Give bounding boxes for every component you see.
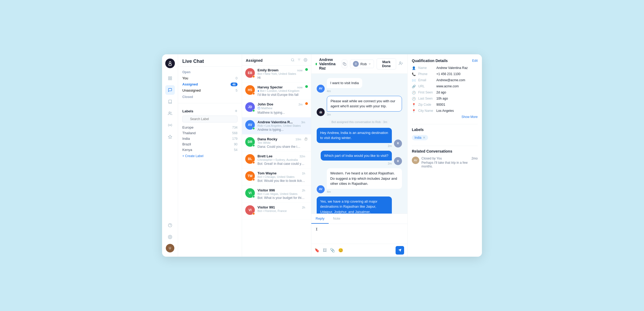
detail-label: Last Seen: [418, 97, 434, 100]
edit-link[interactable]: Edit: [472, 59, 478, 63]
related-conv-title: Related Conversations: [412, 149, 452, 153]
nav-icon-chat[interactable]: [165, 85, 175, 95]
status-dot: [252, 161, 255, 164]
detail-label: URL: [418, 84, 434, 88]
nav-icon-help[interactable]: [165, 220, 175, 230]
detail-icon: ✉️: [412, 79, 416, 82]
label-item[interactable]: Thailand568: [182, 130, 238, 136]
chat-source: Tim White: [257, 141, 301, 144]
create-label-link[interactable]: + Create Label: [182, 154, 238, 158]
chat-avatar: HS: [245, 85, 255, 95]
chat-preview: Matthew is typing...: [257, 111, 303, 114]
chat-list-item[interactable]: HS Harvey Specter now ● Bot • London, Un…: [242, 83, 311, 100]
related-conversation-item[interactable]: AV Closed by You 2mo Perhaps I'll take t…: [412, 157, 478, 168]
emoji-tool[interactable]: 😊: [338, 248, 343, 253]
message-bubble: Yes, we have a trip covering all major d…: [317, 197, 392, 214]
search-label-input[interactable]: [182, 116, 238, 122]
note-tab[interactable]: Note: [329, 214, 344, 224]
reply-input[interactable]: I: [311, 224, 407, 243]
nav-icon-contacts[interactable]: [165, 97, 175, 107]
add-label-button[interactable]: +: [235, 109, 238, 113]
chat-time: 1h: [302, 172, 305, 175]
status-dot: [252, 127, 255, 130]
status-dot: [252, 178, 255, 181]
svg-line-14: [293, 61, 294, 62]
add-person-button[interactable]: [399, 61, 403, 67]
chat-preview: Dana: Could you share the itinerary of t…: [257, 145, 301, 149]
chat-list-item[interactable]: AV Andrew Valentina R... 3m Rob • Los An…: [242, 117, 311, 134]
settings-icon[interactable]: [304, 58, 307, 63]
detail-value: 90001: [436, 103, 445, 107]
detail-row: 📍 Zip Code 90001: [412, 103, 478, 107]
image-tool[interactable]: 🖼: [323, 248, 327, 253]
timer-icon: ⏱️: [304, 137, 308, 141]
chat-preview: Bot: What is your budget for this trip?: [257, 196, 305, 200]
attach-tool[interactable]: 📎: [330, 248, 335, 253]
detail-value: 10h ago: [436, 97, 448, 100]
status-dot: [252, 109, 255, 112]
chat-list-item[interactable]: VI Visitor 991 2h Bot • Florence, France: [242, 203, 311, 220]
chat-name: Harvey Specter: [257, 85, 283, 89]
chat-list-item[interactable]: VI Visitor 996 2h Bot • Las Vegas, Unite…: [242, 186, 311, 203]
indicator-dot: [305, 85, 308, 88]
agent-name: Rob: [360, 62, 367, 66]
show-more-link[interactable]: Show More: [412, 115, 478, 119]
chat-time: 3m: [301, 121, 305, 124]
chat-list-item[interactable]: BL Brett Lee 32m Christopher • Sydney, A…: [242, 152, 311, 169]
nav-icon-settings-integrations[interactable]: [165, 120, 175, 130]
message-time: 3m: [327, 113, 331, 116]
status-dot: [252, 75, 255, 78]
user-avatar[interactable]: U: [166, 244, 174, 252]
chat-list-item[interactable]: DR Dana Rocky 10m Tim White Dana: Could …: [242, 134, 311, 152]
chat-name: Brett Lee: [257, 154, 272, 158]
svg-point-20: [400, 62, 401, 63]
label-remove-button[interactable]: ✕: [423, 136, 425, 140]
search-chats-icon[interactable]: [291, 58, 295, 63]
nav-icon-gear[interactable]: [165, 232, 175, 242]
conv-item-you[interactable]: You 0: [178, 75, 242, 81]
nav-icon-star[interactable]: [165, 132, 175, 142]
chat-list-item[interactable]: EB Emily Brown now Bot • New York, Unite…: [242, 66, 311, 83]
conv-item-unassigned[interactable]: Unassigned 5: [178, 87, 242, 93]
svg-rect-4: [170, 77, 172, 78]
agent-avatar: R: [353, 61, 359, 67]
svg-rect-19: [344, 63, 346, 65]
right-panel: Qualification Details Edit 👤 Name Andrew…: [407, 54, 482, 257]
label-item[interactable]: Europe734: [182, 125, 238, 130]
detail-icon: 📍: [412, 109, 416, 113]
chat-time: now: [297, 69, 303, 72]
send-button[interactable]: [396, 246, 404, 255]
filter-icon[interactable]: [297, 58, 301, 63]
detail-icon: 🕐: [412, 97, 416, 101]
svg-point-0: [169, 62, 171, 63]
chat-preview: Bot: Great! in that case could you provi…: [257, 162, 305, 166]
detail-row: 👤 Name Andrew Valentina Raz: [412, 66, 478, 70]
nav-icon-reports[interactable]: [165, 109, 175, 118]
copy-button[interactable]: [342, 60, 347, 68]
status-dot: [252, 195, 255, 198]
labels-section: Labels + 🔍 Europe734Thailand568India179B…: [178, 107, 242, 160]
detail-icon: 📍: [412, 103, 416, 107]
detail-icon: 👤: [412, 66, 416, 70]
nav-icon-dashboard[interactable]: [165, 73, 175, 83]
indicator-dot: [305, 68, 308, 71]
chat-source: ⓕ Matthew: [257, 106, 303, 110]
svg-rect-1: [169, 64, 171, 66]
conv-item-assigned[interactable]: Assigned 46: [178, 81, 242, 87]
label-item[interactable]: Kenya54: [182, 147, 238, 153]
svg-point-13: [291, 59, 294, 61]
mark-done-button[interactable]: Mark Done: [377, 58, 396, 69]
label-item[interactable]: Brazil90: [182, 141, 238, 147]
label-item[interactable]: India179: [182, 136, 238, 141]
message-row: Hey Andrew, India is an amazing destinat…: [317, 128, 402, 148]
reply-tab[interactable]: Reply: [311, 214, 329, 224]
detail-row: 📞 Phone +1 456 231 1100: [412, 72, 478, 76]
chat-list-item[interactable]: JD John Doe 2m ⓕ Matthew Matthew is typi…: [242, 100, 311, 117]
chat-list-item[interactable]: TW Tom Wayne 1h Bot • Chicago, United St…: [242, 169, 311, 186]
related-avatar: AV: [412, 157, 419, 164]
message-avatar: R: [394, 140, 402, 148]
bookmark-tool[interactable]: 🔖: [315, 248, 320, 253]
chat-list-items: EB Emily Brown now Bot • New York, Unite…: [242, 66, 311, 257]
svg-rect-3: [168, 77, 170, 78]
agent-select[interactable]: R Rob: [350, 60, 374, 68]
